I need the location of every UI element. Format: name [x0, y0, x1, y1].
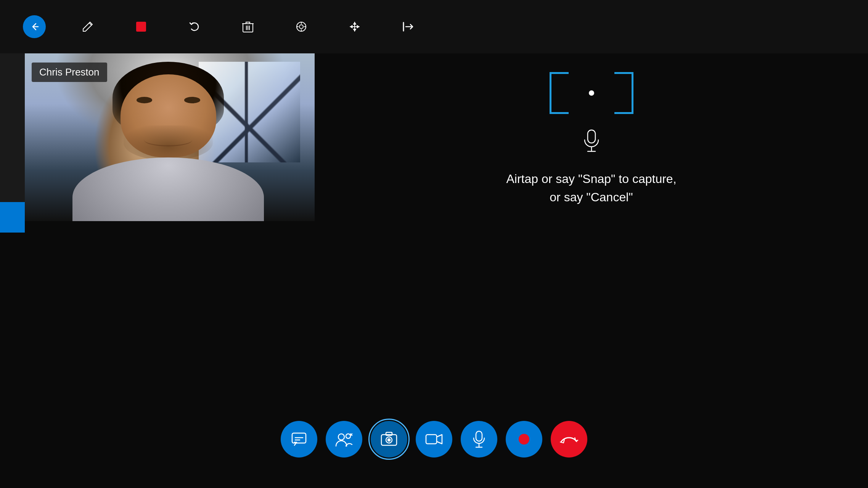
screenshot-button[interactable] — [371, 421, 407, 458]
snap-to-button[interactable] — [397, 15, 420, 38]
microphone-icon — [582, 129, 601, 158]
viewfinder — [550, 68, 633, 118]
toolbar — [0, 0, 868, 53]
bracket-left — [550, 72, 569, 114]
pen-button[interactable] — [76, 15, 99, 38]
svg-point-6 — [346, 434, 350, 438]
record-button[interactable] — [506, 421, 542, 458]
sidebar — [0, 53, 25, 221]
sidebar-accent — [0, 202, 25, 233]
back-button[interactable] — [23, 15, 46, 38]
stop-button[interactable] — [130, 15, 153, 38]
participant-name-label: Chris Preston — [32, 63, 107, 82]
bracket-right — [614, 72, 633, 114]
recording-indicator — [519, 434, 529, 445]
undo-button[interactable] — [183, 15, 206, 38]
mute-button[interactable] — [461, 421, 497, 458]
chat-button[interactable] — [281, 421, 317, 458]
move-button[interactable] — [343, 15, 366, 38]
svg-point-2 — [299, 25, 303, 29]
delete-button[interactable] — [236, 15, 259, 38]
target-button[interactable] — [290, 15, 313, 38]
svg-point-10 — [387, 438, 391, 441]
svg-rect-3 — [588, 130, 595, 143]
viewfinder-dot — [589, 90, 594, 96]
svg-point-5 — [338, 434, 344, 440]
controls-bar — [0, 421, 868, 458]
snap-text-line1: Airtap or say "Snap" to capture, — [506, 170, 676, 188]
svg-rect-12 — [476, 431, 482, 441]
snap-ui-area: Airtap or say "Snap" to capture, or say … — [315, 53, 868, 221]
snap-instruction: Airtap or say "Snap" to capture, or say … — [506, 170, 676, 206]
svg-rect-8 — [386, 432, 392, 435]
svg-rect-11 — [426, 435, 437, 444]
video-feed: Chris Preston — [25, 53, 315, 221]
snap-text-line2: or say "Cancel" — [506, 188, 676, 206]
video-button[interactable] — [416, 421, 452, 458]
participants-button[interactable] — [326, 421, 362, 458]
end-call-button[interactable] — [551, 421, 587, 458]
